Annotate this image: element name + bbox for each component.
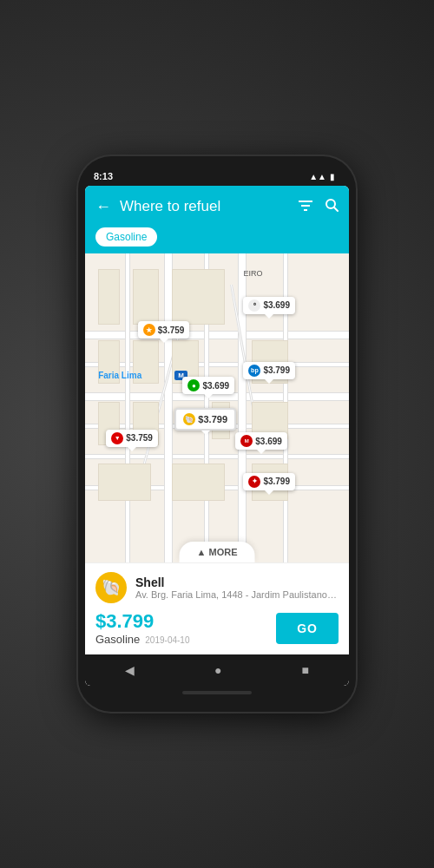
search-icon[interactable] — [325, 198, 339, 215]
nav-home-button[interactable]: ● — [201, 658, 235, 682]
block13 — [172, 464, 225, 501]
price-pin-posto-2[interactable]: ✦ $3.799 — [243, 473, 295, 490]
station-details: Shell Av. Brg. Faria Lima, 1448 - Jardim… — [135, 575, 339, 600]
station-address: Av. Brg. Faria Lima, 1448 - Jardim Pauli… — [135, 589, 339, 600]
posto-logo-1: ● — [187, 379, 200, 391]
block5 — [133, 340, 159, 384]
pin-price-1: $3.759 — [158, 326, 185, 335]
signal-icon: ▲▲ — [309, 172, 326, 181]
chevron-logo: ▼ — [111, 432, 123, 444]
gasoline-filter-chip[interactable]: Gasoline — [95, 227, 157, 247]
price-pin-mobil[interactable]: M $3.699 — [235, 432, 287, 450]
pin-price-7: $3.699 — [255, 437, 282, 446]
shell-logo: 🐚 — [183, 413, 195, 425]
block12 — [98, 464, 151, 501]
status-time: 8:13 — [94, 171, 113, 181]
nav-back-button[interactable]: ◀ — [111, 658, 148, 682]
go-button[interactable]: GO — [276, 613, 339, 644]
big-price: $3.799 — [95, 610, 189, 633]
price-pin-bp-1[interactable]: ⚬ $3.699 — [243, 297, 295, 314]
fuel-date: 2019-04-10 — [145, 635, 189, 645]
station-info-row: 🐚 Shell Av. Brg. Faria Lima, 1448 - Jard… — [95, 572, 339, 603]
station-card: 🐚 Shell Av. Brg. Faria Lima, 1448 - Jard… — [85, 562, 349, 654]
pin-price-6: $3.759 — [126, 433, 153, 443]
status-icons: ▲▲ ▮ — [309, 172, 335, 181]
price-pin-chevron[interactable]: ▼ $3.759 — [106, 430, 158, 447]
price-pin-bp-2[interactable]: bp $3.799 — [243, 362, 295, 379]
filter-bar: Gasoline — [85, 227, 349, 253]
battery-icon: ▮ — [330, 172, 335, 181]
price-pin-ipiranga-1[interactable]: ★ $3.759 — [138, 321, 190, 339]
block4 — [98, 340, 119, 384]
block2 — [133, 269, 159, 325]
fuel-type: Gasoline — [95, 633, 140, 646]
price-pin-shell-active[interactable]: 🐚 $3.799 — [174, 408, 236, 431]
filter-icon[interactable] — [299, 199, 312, 214]
pin-price-4: $3.799 — [263, 365, 290, 375]
block3 — [172, 269, 225, 325]
block1 — [98, 269, 119, 325]
nav-bar: ◀ ● ■ — [85, 654, 349, 686]
shell-icon: 🐚 — [102, 578, 121, 597]
more-button[interactable]: ▲ MORE — [180, 542, 255, 562]
app-header: ← Where to refuel — [85, 186, 349, 227]
pin-price-3: $3.699 — [202, 381, 229, 391]
pin-price-5: $3.799 — [198, 414, 227, 424]
screen: ← Where to refuel — [85, 186, 349, 686]
bp-logo-2: bp — [248, 365, 260, 377]
map-view[interactable]: Faria Lima M EIRO ★ $3.759 ⚬ $3.699 ● $3… — [85, 253, 349, 562]
svg-line-4 — [334, 207, 338, 211]
phone-bottom-bar — [182, 691, 252, 694]
ipiranga-logo: ★ — [143, 324, 155, 336]
more-label: ▲ MORE — [197, 547, 238, 557]
pin-price-2: $3.699 — [263, 300, 290, 310]
nav-recent-button[interactable]: ■ — [288, 658, 323, 682]
posto-logo-2: ✦ — [248, 476, 260, 488]
price-row: $3.799 Gasoline 2019-04-10 GO — [95, 610, 339, 646]
station-name: Shell — [135, 575, 339, 589]
price-pin-posto-1[interactable]: ● $3.699 — [182, 377, 234, 394]
bp-logo: ⚬ — [248, 299, 260, 312]
mobil-logo: M — [240, 435, 253, 447]
pin-price-8: $3.799 — [263, 477, 290, 486]
road-v3 — [125, 253, 130, 562]
status-bar: 8:13 ▲▲ ▮ — [85, 167, 349, 186]
phone-frame: 8:13 ▲▲ ▮ ← Where to refuel — [78, 156, 356, 712]
back-button[interactable]: ← — [95, 198, 111, 216]
page-title: Where to refuel — [120, 198, 299, 215]
header-actions — [299, 198, 339, 215]
fuel-type-row: Gasoline 2019-04-10 — [95, 633, 189, 646]
station-logo: 🐚 — [95, 572, 127, 603]
price-info: $3.799 Gasoline 2019-04-10 — [95, 610, 189, 646]
